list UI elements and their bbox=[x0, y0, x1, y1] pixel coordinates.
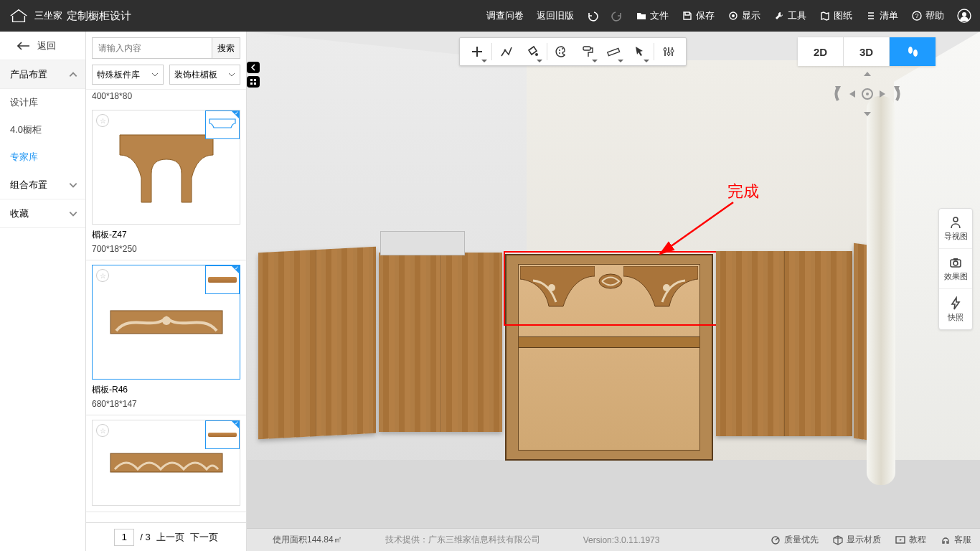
roller-icon bbox=[580, 44, 595, 59]
favorite-star-icon[interactable]: ☆ bbox=[96, 424, 109, 437]
orbit-up[interactable] bbox=[861, 69, 874, 79]
status-material[interactable]: 显示材质 bbox=[833, 534, 881, 546]
view-3d-button[interactable]: 3D bbox=[844, 37, 890, 66]
view-2d-button[interactable]: 2D bbox=[798, 37, 844, 66]
svg-point-20 bbox=[559, 52, 560, 54]
svg-point-1 bbox=[732, 14, 735, 17]
menu-file[interactable]: 文件 bbox=[636, 9, 669, 22]
subcat-cupboard4[interactable]: 4.0橱柜 bbox=[0, 116, 85, 143]
menu-drawing[interactable]: 图纸 bbox=[819, 9, 852, 22]
menu-tools[interactable]: 工具 bbox=[773, 9, 806, 22]
orbit-rotate-left[interactable] bbox=[831, 83, 847, 105]
item-name: 楣板-Z47 bbox=[92, 229, 240, 241]
collapse-left-icon[interactable] bbox=[247, 62, 260, 73]
select-decor-col[interactable]: 装饰柱楣板 bbox=[169, 65, 241, 85]
svg-point-25 bbox=[667, 52, 670, 55]
top-bar: 三坐家 定制橱柜设计 调查问卷 返回旧版 文件 保存 显示 工具 图纸 清单 ?… bbox=[0, 0, 980, 32]
app-logo: 三坐家 bbox=[9, 9, 62, 23]
svg-point-28 bbox=[913, 50, 918, 57]
dock-render[interactable]: 效果图 bbox=[939, 249, 972, 289]
grid-toggle-icon[interactable] bbox=[247, 76, 260, 88]
library-list[interactable]: 400*18*80 ☆ ✓ 楣板-Z47 700*18*250 ☆ ✓ bbox=[86, 89, 246, 522]
subcat-design-lib[interactable]: 设计库 bbox=[0, 89, 85, 116]
status-quality[interactable]: 质量优先 bbox=[771, 534, 819, 546]
category-combo-layout[interactable]: 组合布置 bbox=[0, 171, 85, 199]
svg-point-5 bbox=[962, 12, 966, 17]
tool-measure[interactable] bbox=[600, 39, 626, 65]
favorite-star-icon[interactable]: ☆ bbox=[96, 114, 109, 127]
column-right bbox=[867, 96, 895, 485]
tool-draw[interactable] bbox=[494, 39, 519, 65]
menu-old-version[interactable]: 返回旧版 bbox=[537, 9, 574, 22]
orbit-down[interactable] bbox=[861, 109, 874, 119]
save-icon bbox=[682, 10, 693, 22]
svg-rect-11 bbox=[250, 83, 253, 85]
orbit-rotate-right[interactable] bbox=[888, 83, 904, 105]
item-name: 楣板-R46 bbox=[92, 384, 240, 396]
svg-rect-10 bbox=[254, 79, 256, 81]
polyline-icon bbox=[499, 44, 514, 59]
tool-settings[interactable] bbox=[656, 39, 682, 65]
menu-help[interactable]: ?帮助 bbox=[911, 9, 944, 22]
back-button[interactable]: 返回 bbox=[0, 32, 85, 60]
user-icon[interactable] bbox=[957, 9, 971, 23]
dock-nav-view[interactable]: 导视图 bbox=[939, 209, 972, 249]
menu-survey[interactable]: 调查问卷 bbox=[486, 9, 524, 22]
footprints-icon bbox=[905, 44, 920, 60]
undo-icon[interactable] bbox=[587, 10, 598, 22]
cabinet-right[interactable] bbox=[716, 251, 852, 436]
chevron-up-icon bbox=[68, 70, 78, 80]
status-service[interactable]: 客服 bbox=[941, 534, 971, 546]
favorite-star-icon[interactable]: ☆ bbox=[96, 269, 109, 282]
folder-icon bbox=[636, 10, 647, 22]
tool-color[interactable] bbox=[549, 39, 575, 65]
chevron-down-icon bbox=[151, 71, 159, 78]
item-dims: 680*18*147 bbox=[92, 399, 240, 409]
redo-icon[interactable] bbox=[611, 10, 623, 22]
subcat-expert-lib[interactable]: 专家库 bbox=[0, 143, 85, 171]
cabinet-midleft[interactable] bbox=[379, 253, 502, 432]
category-favorites[interactable]: 收藏 bbox=[0, 199, 85, 228]
library-item[interactable]: ☆ ✓ bbox=[86, 415, 246, 512]
headset-icon bbox=[941, 535, 951, 545]
list-icon bbox=[865, 10, 877, 22]
search-button[interactable]: 搜索 bbox=[212, 37, 240, 59]
svg-point-31 bbox=[953, 217, 958, 222]
prev-page-button[interactable]: 上一页 bbox=[156, 531, 184, 544]
cabinet-top-small bbox=[380, 231, 465, 255]
orbit-right[interactable] bbox=[877, 88, 888, 100]
svg-point-27 bbox=[908, 47, 913, 54]
search-input[interactable] bbox=[92, 37, 212, 59]
page-input[interactable] bbox=[114, 529, 134, 546]
status-area: 使用面积144.84㎡ bbox=[273, 534, 342, 546]
library-item[interactable]: ☆ ✓ 楣板-Z47 700*18*250 bbox=[86, 105, 246, 260]
plus-icon bbox=[470, 44, 484, 59]
menu-display[interactable]: 显示 bbox=[727, 9, 760, 22]
view-walk-button[interactable] bbox=[890, 37, 936, 66]
dock-snapshot[interactable]: 快照 bbox=[939, 289, 972, 329]
status-bar: 使用面积144.84㎡ 技术提供：广东三维家信息科技有限公司 Version:3… bbox=[247, 528, 980, 551]
cursor-icon bbox=[632, 44, 646, 59]
tool-bucket[interactable] bbox=[519, 39, 545, 65]
menu-list[interactable]: 清单 bbox=[865, 9, 898, 22]
cabinet-open-shelf[interactable] bbox=[505, 254, 713, 461]
select-board-lib[interactable]: 特殊板件库 bbox=[92, 65, 164, 85]
tool-roller[interactable] bbox=[575, 39, 600, 65]
orbit-center[interactable] bbox=[859, 86, 875, 102]
tool-add[interactable] bbox=[464, 39, 490, 65]
tool-select[interactable] bbox=[626, 39, 652, 65]
next-page-button[interactable]: 下一页 bbox=[190, 531, 218, 544]
status-tutorial[interactable]: 教程 bbox=[895, 534, 926, 546]
palette-icon bbox=[555, 44, 569, 59]
chevron-down-icon bbox=[68, 180, 78, 190]
right-dock: 导视图 效果图 快照 bbox=[938, 208, 973, 330]
category-product-layout[interactable]: 产品布置 bbox=[0, 60, 85, 89]
cabinet-left[interactable] bbox=[258, 247, 376, 440]
library-item[interactable]: ☆ ✓ 楣板-R46 680*18*147 bbox=[86, 260, 246, 415]
chevron-down-icon bbox=[68, 209, 78, 219]
menu-save[interactable]: 保存 bbox=[682, 9, 715, 22]
cube-icon bbox=[833, 535, 843, 545]
wrench-icon bbox=[773, 10, 785, 22]
orbit-left[interactable] bbox=[847, 88, 858, 100]
thumb-carved-plank-icon bbox=[109, 309, 224, 335]
